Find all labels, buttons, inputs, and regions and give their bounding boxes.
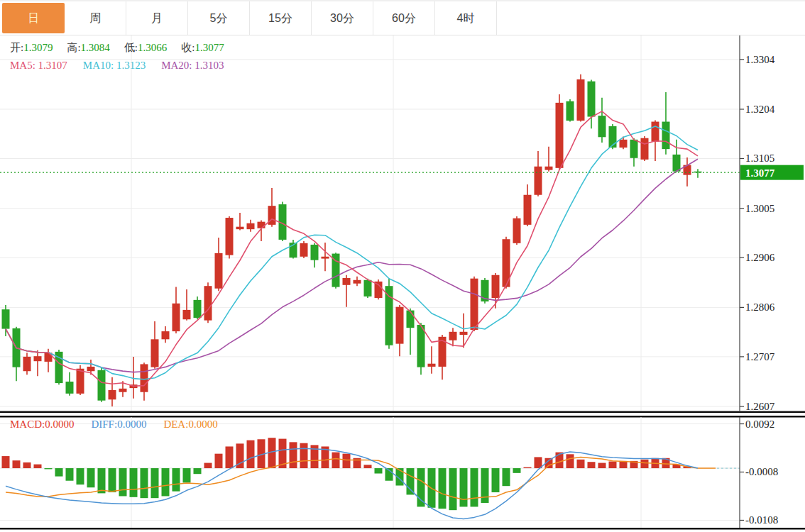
macd-hist-bar — [151, 468, 159, 498]
period-tab-bar: 日周月5分15分30分60分4时 — [0, 0, 805, 35]
candle-body — [172, 304, 180, 331]
macd-hist-bar — [343, 454, 351, 468]
macd-hist-bar — [471, 468, 478, 506]
macd-hist-bar — [449, 468, 457, 510]
macd-hist-bar — [119, 468, 127, 496]
candle-body — [236, 227, 244, 230]
ma5-value: 1.3107 — [38, 60, 67, 71]
tab-4hour[interactable]: 4时 — [435, 1, 497, 35]
macd-hist-bar — [364, 465, 372, 468]
main-candlestick-chart[interactable]: 1.33041.32041.31051.30051.29061.28061.27… — [0, 35, 805, 414]
macd-hist-bar — [332, 453, 340, 468]
tab-30min[interactable]: 30分 — [312, 1, 373, 35]
diff-value: 0.0000 — [117, 419, 146, 430]
candle-body — [87, 367, 95, 371]
candle-body — [2, 309, 10, 328]
candle-body — [215, 253, 223, 289]
candle-body — [513, 218, 521, 243]
kline-chart-app: 日周月5分15分30分60分4时 开:1.3079高:1.3084低:1.306… — [0, 0, 805, 532]
candle-body — [311, 245, 319, 260]
macd-hist-bar — [66, 468, 74, 481]
close-value: 1.3077 — [195, 42, 224, 53]
macd-hist-bar — [109, 468, 116, 492]
ma10-label: MA10: — [83, 60, 114, 71]
ma10-line — [6, 126, 698, 379]
macd-hist-bar — [215, 454, 223, 468]
macd-hist-bar — [407, 468, 415, 494]
candle-body — [247, 223, 255, 229]
macd-hist-bar — [55, 468, 63, 477]
candle-body — [620, 140, 628, 148]
macd-hist-bar — [226, 446, 234, 468]
candle-body — [535, 167, 542, 195]
macd-hist-bar — [45, 468, 53, 469]
macd-hist-bar — [417, 468, 425, 506]
candle-body — [460, 332, 468, 335]
macd-panel[interactable]: 0.0092-0.0008-0.0108 — [0, 414, 805, 532]
macd-hist-bar — [492, 468, 500, 492]
macd-hist-bar — [503, 468, 510, 486]
candle-body — [258, 222, 265, 228]
candle-body — [23, 357, 31, 371]
tab-60min[interactable]: 60分 — [373, 1, 435, 35]
ma20-label: MA20: — [161, 60, 192, 71]
candle-body — [556, 103, 564, 168]
candle-body — [641, 138, 649, 160]
macd-hist-bar — [577, 460, 585, 468]
price-axis-label: 1.3204 — [745, 104, 775, 115]
price-axis-label: 1.3304 — [745, 54, 775, 65]
macd-hist-bar — [2, 456, 10, 468]
tab-15min[interactable]: 15分 — [250, 1, 312, 35]
macd-readout: MACD:0.0000DIFF:0.0000DEA:0.0000 — [10, 419, 235, 431]
high-value: 1.3084 — [81, 42, 110, 53]
macd-hist-bar — [588, 462, 596, 468]
macd-hist-bar — [300, 443, 308, 468]
dea-value: 0.0000 — [188, 419, 217, 430]
macd-hist-bar — [130, 468, 138, 497]
open-value: 1.3079 — [23, 42, 53, 53]
candle-body — [194, 300, 202, 318]
ma5-label: MA5: — [10, 60, 35, 71]
candle-body — [119, 389, 127, 392]
candle-body — [396, 307, 404, 344]
dea-label: DEA: — [163, 419, 188, 430]
macd-hist-bar — [460, 468, 468, 506]
candle-body — [204, 286, 212, 320]
candle-body — [364, 280, 372, 297]
low-value: 1.3066 — [138, 42, 167, 53]
candle-body — [566, 101, 574, 121]
candle-body — [151, 339, 159, 367]
tab-5min[interactable]: 5分 — [188, 1, 250, 35]
macd-hist-bar — [172, 468, 180, 492]
macd-hist-bar — [183, 468, 191, 482]
candle-body — [407, 311, 415, 328]
macd-hist-bar — [598, 463, 606, 468]
macd-axis-label: -0.0008 — [745, 466, 778, 477]
tab-day[interactable]: 日 — [2, 3, 65, 33]
candle-body — [322, 257, 329, 259]
candle-body — [428, 364, 436, 367]
candle-body — [662, 122, 670, 150]
candle-body — [492, 275, 500, 298]
low-label: 低: — [124, 42, 138, 53]
tab-month[interactable]: 月 — [126, 1, 188, 35]
candle-body — [598, 116, 606, 137]
macd-hist-bar — [98, 468, 106, 493]
open-label: 开: — [10, 42, 23, 53]
candle-body — [66, 382, 74, 394]
macd-panel-top-border — [0, 416, 805, 418]
candle-body — [630, 140, 638, 158]
ma-readout: MA5: 1.3107MA10: 1.3123MA20: 1.3103 — [10, 60, 240, 72]
tab-week[interactable]: 周 — [65, 1, 126, 35]
macd-hist-bar — [566, 454, 574, 468]
candle-body — [162, 331, 170, 339]
ma20-line — [6, 159, 698, 372]
macd-label: MACD: — [10, 419, 45, 430]
candle-body — [673, 155, 681, 172]
macd-hist-bar — [23, 462, 31, 468]
macd-axis-label: 0.0092 — [745, 419, 774, 430]
candle-body — [343, 278, 351, 285]
macd-hist-bar — [609, 462, 617, 469]
macd-hist-bar — [87, 468, 95, 487]
candle-body — [300, 243, 308, 257]
